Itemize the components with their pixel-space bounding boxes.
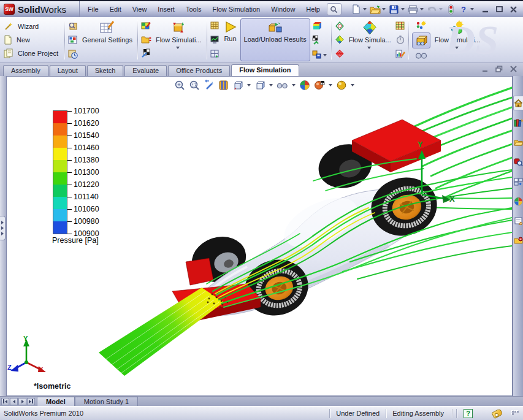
report-chart-icon[interactable] <box>395 49 405 58</box>
view-palette-icon[interactable] <box>513 174 523 189</box>
tab-evaluate[interactable]: Evaluate <box>124 65 167 76</box>
tab-assembly[interactable]: Assembly <box>3 65 48 76</box>
close-button[interactable] <box>510 6 517 13</box>
design-library-icon[interactable] <box>513 115 523 130</box>
graphics-viewport[interactable]: 1017001016201015401014601013801013001012… <box>6 76 513 396</box>
solver-monitor-icon[interactable] <box>210 36 220 44</box>
view-orientation-caret[interactable] <box>247 84 251 86</box>
load-results-folder-icon[interactable] <box>141 35 151 44</box>
resize-grip[interactable] <box>512 411 519 416</box>
menu-help[interactable]: Help <box>300 4 326 15</box>
document-restore-button[interactable] <box>495 66 503 72</box>
wizard-button[interactable]: Wizard <box>4 21 60 31</box>
save-icon[interactable] <box>388 3 400 15</box>
menu-flow-simulation[interactable]: Flow Simulation <box>207 4 266 15</box>
scroll-last-tab-button[interactable] <box>27 398 35 405</box>
tab-office-products[interactable]: Office Products <box>168 65 230 76</box>
save-dropdown-caret[interactable] <box>401 8 405 10</box>
scroll-next-tab-button[interactable] <box>18 398 26 405</box>
motion-study-tab[interactable]: Motion Study 1 <box>75 397 138 406</box>
print-icon[interactable] <box>407 3 419 15</box>
lighting-icon[interactable] <box>416 21 427 29</box>
tab-sketch[interactable]: Sketch <box>87 65 124 76</box>
surface-plot-icon[interactable] <box>335 35 345 44</box>
render-options-caret[interactable] <box>351 84 354 86</box>
solidworks-search-icon[interactable] <box>513 155 523 169</box>
load-unload-results-button[interactable]: Load/Unload Results <box>240 18 310 61</box>
render-options-icon[interactable] <box>335 78 348 92</box>
document-close-button[interactable] <box>510 66 517 72</box>
clone-project-button[interactable]: Clone Project <box>4 48 60 58</box>
previous-view-icon[interactable] <box>203 78 215 92</box>
display-style-caret[interactable] <box>269 84 273 86</box>
help-icon[interactable] <box>457 3 470 15</box>
custom-properties-icon[interactable] <box>513 213 523 228</box>
calculation-grid-icon[interactable] <box>210 50 220 58</box>
batch-run-icon[interactable] <box>141 48 151 58</box>
tab-flow-simulation[interactable]: Flow Simulation <box>231 64 299 76</box>
hide-show-items-caret[interactable] <box>292 84 296 86</box>
glasses-icon[interactable] <box>415 52 427 59</box>
zoom-to-area-icon[interactable] <box>188 78 200 92</box>
new-project-button[interactable]: New <box>4 35 60 45</box>
view-settings-icon[interactable] <box>313 78 326 92</box>
section-view-icon[interactable] <box>218 78 229 92</box>
scroll-first-tab-button[interactable] <box>1 398 9 405</box>
minimize-button[interactable] <box>482 6 489 13</box>
flow-results-dropdown-caret[interactable] <box>367 47 371 49</box>
print-dropdown-caret[interactable] <box>420 8 424 10</box>
flow-display-dropdown-caret[interactable] <box>455 47 459 49</box>
menu-tools[interactable]: Tools <box>180 4 207 15</box>
open-dropdown-caret[interactable] <box>382 8 386 10</box>
scroll-prev-tab-button[interactable] <box>10 398 18 405</box>
isosurface-plot-icon[interactable] <box>335 49 345 58</box>
view-settings-caret[interactable] <box>329 84 332 86</box>
document-minimize-button[interactable] <box>482 66 488 72</box>
undo-icon[interactable] <box>426 3 438 15</box>
new-dropdown-caret[interactable] <box>363 8 367 10</box>
menu-file[interactable]: File <box>82 4 104 15</box>
apply-scene-icon[interactable] <box>299 78 311 92</box>
menu-edit[interactable]: Edit <box>104 4 127 15</box>
mesh-settings-icon[interactable] <box>210 21 220 30</box>
menu-window[interactable]: Window <box>265 4 300 15</box>
animation-stopwatch-icon[interactable] <box>395 35 405 44</box>
flow-simulation-tools-button[interactable]: Flow Simulati... <box>153 18 205 61</box>
help-dropdown-caret[interactable] <box>470 8 474 10</box>
save-results-icon[interactable] <box>311 49 321 59</box>
new-document-icon[interactable] <box>350 3 362 15</box>
maximize-button[interactable] <box>496 6 503 13</box>
view-orientation-icon[interactable] <box>232 78 244 92</box>
undo-dropdown-caret[interactable] <box>439 8 443 10</box>
search-icon[interactable] <box>327 3 342 15</box>
tag-icon[interactable] <box>491 408 503 418</box>
feature-manager-expand-handle[interactable] <box>0 216 6 240</box>
zoom-component-icon[interactable] <box>68 21 78 31</box>
file-explorer-icon[interactable] <box>513 135 523 150</box>
zoom-to-fit-icon[interactable] <box>174 78 186 92</box>
component-control-icon[interactable] <box>68 35 78 45</box>
menu-view[interactable]: View <box>127 4 153 15</box>
flow-results-button[interactable]: Flow Simula... <box>346 18 394 61</box>
finish-flag-icon[interactable] <box>311 35 321 45</box>
rebuild-traffic-light-icon[interactable] <box>445 3 457 15</box>
flow-display-button[interactable]: Flow Simulati... <box>432 18 484 61</box>
calculation-time-icon[interactable] <box>68 49 78 59</box>
hide-show-items-icon[interactable] <box>276 78 289 92</box>
display-style-icon[interactable] <box>254 78 266 92</box>
tab-layout[interactable]: Layout <box>50 65 86 76</box>
appearance-display-button[interactable] <box>412 32 430 48</box>
document-recovery-icon[interactable] <box>513 233 523 248</box>
flow-tools-dropdown-caret[interactable] <box>176 47 180 49</box>
open-folder-icon[interactable] <box>369 3 381 15</box>
solidworks-resources-home-icon[interactable] <box>513 96 523 110</box>
goal-plot-icon[interactable] <box>141 21 151 31</box>
results-dropdown-caret[interactable] <box>323 54 327 56</box>
rainbow-cube-icon[interactable] <box>311 21 321 31</box>
quick-tips-help-icon[interactable] <box>464 409 473 418</box>
appearances-scenes-icon[interactable] <box>513 194 523 208</box>
general-settings-button[interactable]: General Settings <box>79 18 136 61</box>
mesh-plot-icon[interactable] <box>395 21 405 31</box>
menu-insert[interactable]: Insert <box>152 4 180 15</box>
cut-plot-outline-icon[interactable] <box>335 21 345 31</box>
